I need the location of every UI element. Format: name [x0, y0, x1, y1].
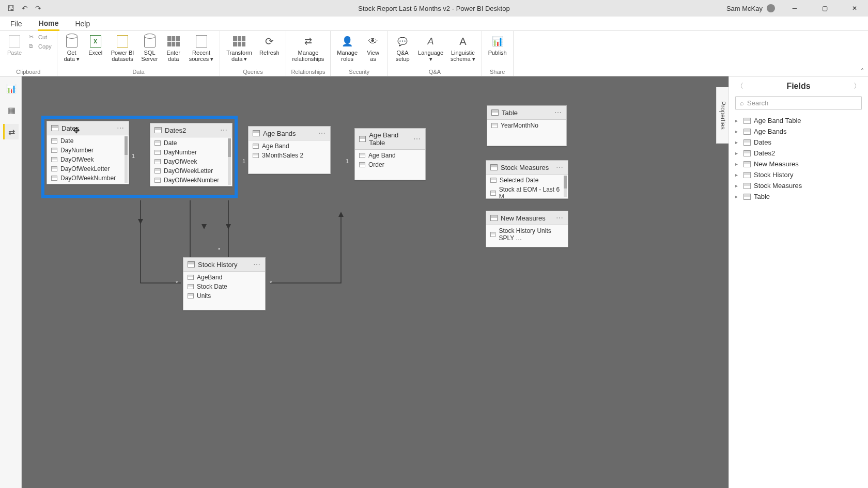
collapse-fields-icon[interactable]: 〈 — [736, 82, 743, 91]
field-icon — [490, 178, 497, 183]
maximize-button[interactable]: ▢ — [814, 0, 835, 17]
undo-icon[interactable]: ↶ — [22, 4, 28, 12]
more-icon[interactable]: ⋯ — [413, 135, 421, 143]
table-new-measures[interactable]: New Measures⋯ Stock History Units SPLY … — [486, 211, 568, 247]
table-table[interactable]: Table⋯ YearMonthNo — [487, 105, 567, 146]
table-age-band-table[interactable]: Age Band Table⋯ Age Band Order — [354, 128, 426, 180]
table-icon — [743, 129, 751, 135]
svg-marker-4 — [226, 224, 231, 229]
recent-sources-button[interactable]: Recent sources ▾ — [187, 33, 216, 63]
save-icon[interactable]: 🖫 — [7, 4, 14, 12]
language-button[interactable]: ALanguage ▾ — [416, 33, 445, 63]
field-icon — [253, 144, 259, 149]
field-icon — [490, 191, 496, 196]
more-icon[interactable]: ⋯ — [554, 108, 562, 117]
fields-table-item[interactable]: ▸Dates — [732, 137, 865, 148]
transform-data-button[interactable]: Transform data ▾ — [224, 33, 254, 63]
field-icon — [154, 140, 161, 146]
redo-icon[interactable]: ↷ — [35, 4, 41, 12]
field-icon — [51, 148, 57, 153]
scrollbar[interactable] — [564, 176, 567, 197]
scrollbar[interactable] — [125, 136, 128, 183]
table-icon — [253, 130, 260, 136]
svg-text:1: 1 — [346, 158, 349, 164]
manage-roles-button[interactable]: 👤Manage roles — [335, 33, 360, 63]
refresh-button[interactable]: ⟳Refresh — [257, 33, 282, 57]
more-icon[interactable]: ⋯ — [318, 129, 326, 137]
fields-table-item[interactable]: ▸New Measures — [732, 159, 865, 169]
fields-table-item[interactable]: ▸Dates2 — [732, 148, 865, 159]
data-view-icon[interactable]: ▦ — [3, 102, 19, 118]
paste-button[interactable]: Paste — [4, 33, 25, 57]
view-as-button[interactable]: 👁View as — [363, 33, 383, 63]
field-icon — [51, 176, 57, 181]
sql-server-button[interactable]: SQL Server — [139, 33, 160, 63]
field-icon — [491, 123, 498, 128]
cut-button[interactable]: ✂Cut — [28, 33, 48, 41]
field-icon — [51, 166, 57, 171]
svg-text:*: * — [218, 247, 221, 253]
svg-marker-3 — [202, 224, 207, 229]
tab-help[interactable]: Help — [74, 18, 91, 30]
close-button[interactable]: ✕ — [844, 0, 865, 17]
window-title: Stock Report Last 6 Months v2 - Power BI… — [358, 5, 509, 12]
table-icon — [743, 183, 751, 189]
svg-marker-6 — [338, 212, 344, 217]
fields-pane: 〈 Fields 〉 ⌕ Search ▸Age Band Table ▸Age… — [729, 76, 868, 488]
fields-table-item[interactable]: ▸Stock History — [732, 169, 865, 180]
model-canvas[interactable]: 1 * * 1 * 1 Dates⋯ — [22, 76, 729, 488]
fields-table-item[interactable]: ▸Table — [732, 191, 865, 202]
linguistic-schema-button[interactable]: ALinguistic schema ▾ — [448, 33, 477, 63]
table-icon — [188, 261, 195, 267]
more-icon[interactable]: ⋯ — [556, 214, 564, 222]
more-icon[interactable]: ⋯ — [556, 163, 564, 171]
collapse-ribbon-icon[interactable]: ˄ — [861, 68, 864, 75]
field-icon — [51, 157, 57, 162]
fields-table-item[interactable]: ▸Age Bands — [732, 126, 865, 137]
svg-text:*: * — [270, 280, 272, 286]
scrollbar[interactable] — [228, 138, 231, 185]
more-icon[interactable]: ⋯ — [117, 124, 125, 132]
more-icon[interactable]: ⋯ — [253, 260, 261, 269]
table-dates[interactable]: Dates⋯ Date DayNumber DayOfWeek DayOfWee… — [47, 121, 129, 184]
avatar[interactable] — [767, 4, 775, 12]
field-icon — [188, 284, 194, 289]
field-icon — [359, 162, 365, 167]
group-qa: Q&A — [429, 69, 441, 75]
properties-panel-toggle[interactable]: Properties — [716, 87, 729, 144]
minimize-button[interactable]: ─ — [784, 0, 805, 17]
publish-button[interactable]: 📊Publish — [486, 33, 509, 57]
pbi-datasets-button[interactable]: Power BI datasets — [109, 33, 136, 63]
table-stock-measures[interactable]: Stock Measures⋯ Selected Date Stock at E… — [486, 160, 568, 199]
copy-button[interactable]: ⧉Copy — [28, 42, 53, 51]
qa-setup-button[interactable]: 💬Q&A setup — [392, 33, 413, 63]
field-icon — [154, 168, 161, 174]
file-menu[interactable]: File — [9, 18, 23, 30]
search-input[interactable]: ⌕ Search — [735, 96, 862, 110]
field-icon — [51, 138, 57, 144]
enter-data-button[interactable]: Enter data — [163, 33, 184, 63]
svg-text:*: * — [176, 280, 178, 286]
field-icon — [154, 150, 161, 155]
table-stock-history[interactable]: Stock History⋯ AgeBand Stock Date Units — [183, 257, 266, 310]
report-view-icon[interactable]: 📊 — [3, 81, 19, 96]
group-share: Share — [490, 69, 505, 75]
table-icon — [743, 139, 751, 146]
more-icon[interactable]: ⋯ — [220, 126, 228, 134]
table-icon — [743, 118, 751, 124]
table-dates2[interactable]: Dates2⋯ Date DayNumber DayOfWeek DayOfWe… — [150, 123, 233, 186]
fields-table-item[interactable]: ▸Stock Measures — [732, 180, 865, 191]
svg-text:1: 1 — [132, 153, 135, 159]
svg-text:1: 1 — [242, 158, 245, 164]
table-icon — [743, 161, 751, 167]
tab-home[interactable]: Home — [38, 17, 60, 31]
get-data-button[interactable]: Get data ▾ — [61, 33, 82, 63]
expand-fields-icon[interactable]: 〉 — [854, 82, 861, 91]
table-age-bands[interactable]: Age Bands⋯ Age Band 3MonthSales 2 — [248, 126, 331, 174]
excel-button[interactable]: XExcel — [85, 33, 106, 57]
user-name[interactable]: Sam McKay — [726, 5, 763, 12]
table-icon — [490, 164, 498, 170]
model-view-icon[interactable]: ⇄ — [3, 124, 19, 139]
fields-table-item[interactable]: ▸Age Band Table — [732, 115, 865, 126]
manage-relationships-button[interactable]: ⇄Manage relationships — [290, 33, 327, 63]
